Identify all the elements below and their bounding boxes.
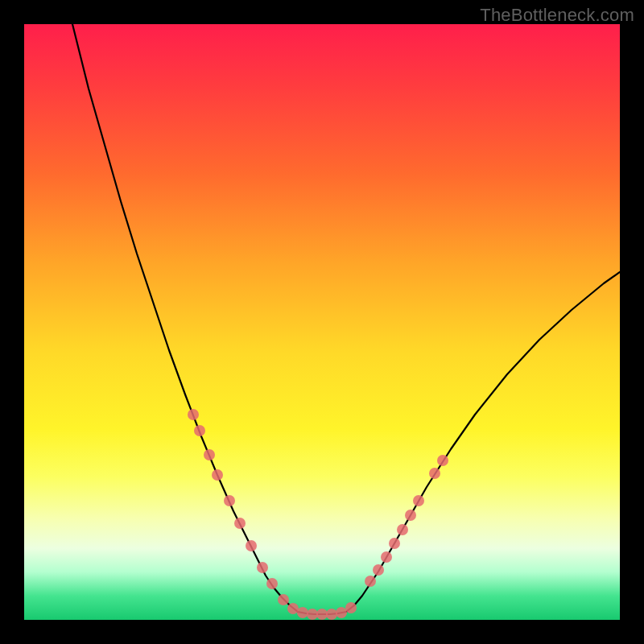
marker-point	[365, 576, 376, 587]
marker-point	[297, 607, 308, 618]
chart-frame: TheBottleneck.com	[0, 0, 644, 644]
marker-point	[381, 551, 392, 563]
marker-point	[373, 564, 384, 576]
marker-point	[316, 609, 328, 620]
marker-point	[345, 602, 357, 613]
marker-point	[413, 495, 424, 506]
marker-point	[405, 510, 416, 521]
marker-point	[246, 540, 257, 551]
marker-point	[326, 609, 337, 620]
marker-point	[224, 495, 235, 506]
marker-point	[397, 524, 408, 535]
marker-point	[278, 594, 289, 605]
marker-point	[389, 538, 400, 549]
marker-point	[287, 603, 299, 614]
marker-point	[212, 469, 223, 481]
watermark-text: TheBottleneck.com	[480, 5, 634, 26]
marker-point	[336, 607, 347, 618]
curve-group	[72, 24, 620, 614]
marker-point	[307, 609, 318, 620]
marker-point	[266, 578, 278, 589]
marker-point	[257, 562, 268, 573]
marker-point	[194, 425, 205, 436]
marker-point	[437, 455, 448, 466]
marker-point	[188, 409, 199, 420]
bottleneck-curve	[72, 24, 620, 614]
marker-group	[188, 409, 448, 620]
plot-area	[24, 24, 620, 620]
marker-point	[234, 518, 246, 529]
marker-point	[204, 449, 215, 460]
chart-svg	[24, 24, 620, 620]
marker-point	[429, 468, 440, 479]
